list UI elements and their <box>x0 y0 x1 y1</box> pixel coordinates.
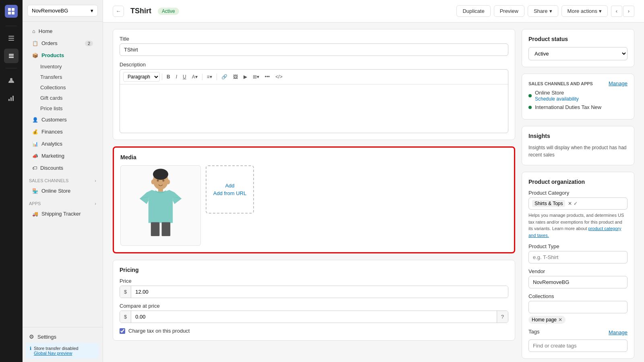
icon-bar-customers[interactable] <box>4 73 19 88</box>
sidebar-item-home[interactable]: Home <box>26 25 99 37</box>
price-input-wrap: $ <box>120 286 508 298</box>
duplicate-button[interactable]: Duplicate <box>456 5 490 17</box>
sidebar-item-home-label: Home <box>39 28 53 34</box>
insights-label: Insights <box>528 133 627 139</box>
rte-toolbar: Paragraph B I U A▾ ≡▾ 🔗 🖼 ▶ ⊞▾ <box>120 70 508 84</box>
store-selector[interactable]: NovRemoveBG ▾ <box>27 5 98 16</box>
tshirt-image <box>124 167 197 244</box>
top-bar: ← TShirt Active Duplicate Preview Share … <box>103 0 644 23</box>
sidebar-item-finances[interactable]: Finances <box>26 126 99 138</box>
sidebar-sub-gift-cards[interactable]: Gift cards <box>26 93 99 103</box>
compare-prefix: $ <box>120 311 131 323</box>
sidebar-sub-inventory[interactable]: Inventory <box>26 62 99 72</box>
media-thumbnail[interactable] <box>120 165 201 246</box>
main-content: ← TShirt Active Duplicate Preview Share … <box>103 0 644 362</box>
sidebar-sub-collections[interactable]: Collections <box>26 82 99 93</box>
preview-button[interactable]: Preview <box>494 5 524 17</box>
channel-intl-duties-label: International Duties Tax New <box>535 104 601 110</box>
video-button[interactable]: ▶ <box>241 72 250 81</box>
media-add-box[interactable]: Add Add from URL <box>206 165 254 214</box>
price-input[interactable] <box>131 286 508 298</box>
shipping-icon <box>32 211 38 217</box>
charge-tax-row: Charge tax on this product <box>120 328 508 334</box>
sidebar-item-online-store[interactable]: Online Store <box>26 185 99 197</box>
description-editor: Paragraph B I U A▾ ≡▾ 🔗 🖼 ▶ ⊞▾ <box>120 69 508 133</box>
intl-duties-dot <box>528 106 532 109</box>
rte-content[interactable] <box>120 84 508 133</box>
insights-card: Insights Insights will display when the … <box>522 126 634 165</box>
sidebar-header: NovRemoveBG ▾ <box>23 0 103 22</box>
sidebar-item-customers[interactable]: Customers <box>26 114 99 125</box>
icon-bar-nav[interactable] <box>4 31 19 45</box>
sidebar-item-orders-label: Orders <box>41 40 58 46</box>
compare-help-icon[interactable]: ? <box>497 311 508 323</box>
link-button[interactable]: 🔗 <box>219 72 230 81</box>
title-input[interactable] <box>120 43 508 56</box>
media-label: Media <box>120 154 508 160</box>
bold-button[interactable]: B <box>164 72 173 81</box>
sales-channels-label: SALES CHANNELS AND APPS <box>528 81 593 86</box>
sidebar-item-products[interactable]: Products <box>26 49 99 61</box>
transfer-notice-link[interactable]: Global Nav preview <box>34 351 72 356</box>
sidebar-item-marketing[interactable]: Marketing <box>26 150 99 162</box>
sales-channels-expand[interactable]: › <box>95 178 96 183</box>
sidebar-item-discounts[interactable]: Discounts <box>26 162 99 174</box>
image-button[interactable]: 🖼 <box>231 72 240 81</box>
code-button[interactable]: </> <box>273 72 285 81</box>
more-actions-button[interactable]: More actions ▾ <box>561 5 608 17</box>
sidebar-settings[interactable]: Settings <box>26 331 99 343</box>
sidebar-item-shipping-tracker[interactable]: Shipping Tracker <box>26 208 99 220</box>
schedule-availability-link[interactable]: Schedule availability <box>535 96 579 102</box>
status-select[interactable]: Active Draft <box>528 47 627 60</box>
product-type-label: Product Type <box>528 243 627 249</box>
add-media-link[interactable]: Add <box>225 183 234 189</box>
home-page-tag-remove[interactable]: ✕ <box>558 317 562 323</box>
more-button[interactable]: ••• <box>262 72 272 81</box>
sidebar-item-finances-label: Finances <box>41 129 63 135</box>
vendor-input[interactable] <box>528 276 627 288</box>
sidebar-sub-price-lists[interactable]: Price lists <box>26 103 99 113</box>
svg-point-16 <box>151 179 155 184</box>
icon-bar-analytics[interactable] <box>4 91 19 105</box>
transfer-notice: Store transfer disabled Global Nav previ… <box>26 343 99 359</box>
charge-tax-checkbox[interactable] <box>120 328 125 334</box>
sidebar-item-analytics[interactable]: Analytics <box>26 138 99 150</box>
category-confirm-icon[interactable]: ✓ <box>573 200 578 207</box>
sidebar-item-orders[interactable]: Orders 2 <box>26 37 99 49</box>
svg-point-17 <box>167 179 170 184</box>
prev-button[interactable]: ‹ <box>611 6 622 17</box>
tags-manage-link[interactable]: Manage <box>609 329 627 335</box>
compare-input[interactable] <box>131 311 497 323</box>
paragraph-select[interactable]: Paragraph <box>123 72 160 82</box>
apps-expand[interactable]: › <box>95 201 96 206</box>
sidebar-sub-transfers[interactable]: Transfers <box>26 72 99 82</box>
app-logo[interactable] <box>5 5 18 18</box>
align-button[interactable]: ≡▾ <box>204 72 215 81</box>
icon-bar-products[interactable] <box>4 49 19 63</box>
apps-label: Apps › <box>23 197 103 208</box>
next-button[interactable]: › <box>623 6 634 17</box>
info-icon <box>30 346 31 351</box>
svg-rect-5 <box>8 38 14 39</box>
category-clear-icon[interactable]: ✕ <box>568 200 572 207</box>
icon-bar-divider <box>6 26 17 26</box>
category-input-wrap[interactable]: Shirts & Tops ✕ ✓ <box>528 197 627 210</box>
back-button[interactable]: ← <box>113 6 124 17</box>
svg-rect-2 <box>8 12 11 14</box>
sidebar-item-online-store-label: Online Store <box>41 188 70 194</box>
share-button[interactable]: Share ▾ <box>528 5 558 17</box>
text-color-button[interactable]: A▾ <box>190 72 200 81</box>
collections-label: Collections <box>528 293 627 299</box>
table-button[interactable]: ⊞▾ <box>250 72 262 81</box>
share-chevron: ▾ <box>549 8 552 14</box>
tags-input[interactable] <box>528 339 627 352</box>
italic-button[interactable]: I <box>173 72 180 81</box>
add-from-url-link[interactable]: Add from URL <box>213 190 246 196</box>
sales-channels-manage[interactable]: Manage <box>609 80 627 86</box>
description-label: Description <box>120 62 508 68</box>
product-type-input[interactable] <box>528 251 627 263</box>
collections-input[interactable] <box>528 301 627 313</box>
underline-button[interactable]: U <box>180 72 189 81</box>
products-icon <box>32 52 38 58</box>
sidebar-sub-inventory-label: Inventory <box>40 64 62 70</box>
